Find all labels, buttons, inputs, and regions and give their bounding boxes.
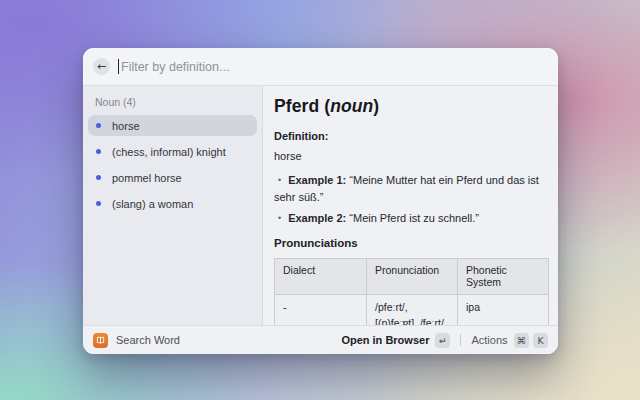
back-arrow-icon: ← xyxy=(97,61,106,72)
bullet-dot-icon xyxy=(96,175,101,180)
list-bullet-icon: • xyxy=(278,213,281,223)
definition-value: horse xyxy=(274,150,546,162)
bullet-dot-icon xyxy=(96,201,101,206)
open-book-app-icon xyxy=(93,333,108,348)
filter-placeholder: Filter by definition... xyxy=(121,60,229,74)
sidebar-item-knight[interactable]: (chess, informal) knight xyxy=(88,141,257,162)
app-window: ← Filter by definition... Noun (4) horse… xyxy=(83,48,558,354)
sidebar-item-label: pommel horse xyxy=(112,172,182,184)
table-header-phonetic-system: Phonetic System xyxy=(458,259,549,295)
open-in-browser-label: Open in Browser xyxy=(341,334,429,346)
bullet-dot-icon xyxy=(96,123,101,128)
command-key-icon: ⌘ xyxy=(514,333,530,348)
app-name-label: Search Word xyxy=(116,334,180,346)
pronunciations-table: Dialect Pronunciation Phonetic System - … xyxy=(274,258,549,325)
back-button[interactable]: ← xyxy=(93,58,110,75)
open-book-glyph xyxy=(95,335,106,346)
main-area: Noun (4) horse (chess, informal) knight … xyxy=(83,86,558,325)
word-title-word: Pferd xyxy=(274,96,319,116)
table-row: - /pfeːrt/, [(p)feːɐ̯t], /feːrt/, [feːɐ̯… xyxy=(275,295,549,325)
example-item: •Example 1: “Meine Mutter hat ein Pferd … xyxy=(274,172,546,206)
bullet-dot-icon xyxy=(96,149,101,154)
actions-shortcut: ⌘ K xyxy=(514,333,549,348)
list-bullet-icon: • xyxy=(278,175,281,185)
example-label: Example 1: xyxy=(288,174,346,186)
word-title-pos: noun xyxy=(330,96,373,116)
definitions-sidebar: Noun (4) horse (chess, informal) knight … xyxy=(83,86,262,325)
sidebar-item-label: horse xyxy=(112,120,140,132)
footer-separator xyxy=(460,334,461,346)
actions-button[interactable]: Actions ⌘ K xyxy=(471,333,548,348)
table-header-dialect: Dialect xyxy=(275,259,367,295)
sidebar-item-label: (slang) a woman xyxy=(112,198,193,210)
sidebar-item-label: (chess, informal) knight xyxy=(112,146,226,158)
pronunciations-heading: Pronunciations xyxy=(274,237,546,249)
word-title-open-paren: ( xyxy=(319,96,330,116)
sidebar-item-pommel-horse[interactable]: pommel horse xyxy=(88,167,257,188)
sidebar-item-horse[interactable]: horse xyxy=(88,115,257,136)
word-title-close-paren: ) xyxy=(373,96,379,116)
actions-label: Actions xyxy=(471,334,507,346)
example-label: Example 2: xyxy=(288,212,346,224)
search-bar: ← Filter by definition... xyxy=(83,48,558,85)
sidebar-item-a-woman[interactable]: (slang) a woman xyxy=(88,193,257,214)
detail-panel: Pferd (noun) Definition: horse •Example … xyxy=(263,86,558,325)
example-text: “Mein Pferd ist zu schnell.” xyxy=(346,212,479,224)
open-in-browser-button[interactable]: Open in Browser ↵ xyxy=(341,333,450,348)
definition-heading: Definition: xyxy=(274,130,546,142)
filter-input[interactable]: Filter by definition... xyxy=(118,48,548,85)
table-cell-pronunciation: /pfeːrt/, [(p)feːɐ̯t], /feːrt/, [feːɐ̯t]… xyxy=(367,295,458,325)
example-item: •Example 2: “Mein Pferd ist zu schnell.” xyxy=(274,210,546,227)
table-header-pronunciation: Pronunciation xyxy=(367,259,458,295)
word-title: Pferd (noun) xyxy=(274,96,546,117)
table-cell-phonetic-system: ipa xyxy=(458,295,549,325)
return-key-icon: ↵ xyxy=(435,333,450,348)
section-label: Noun (4) xyxy=(95,96,257,108)
footer-bar: Search Word Open in Browser ↵ Actions ⌘ … xyxy=(83,326,558,354)
k-key-icon: K xyxy=(533,333,548,348)
table-cell-dialect: - xyxy=(275,295,367,325)
table-header-row: Dialect Pronunciation Phonetic System xyxy=(275,259,549,295)
text-caret xyxy=(118,59,119,74)
